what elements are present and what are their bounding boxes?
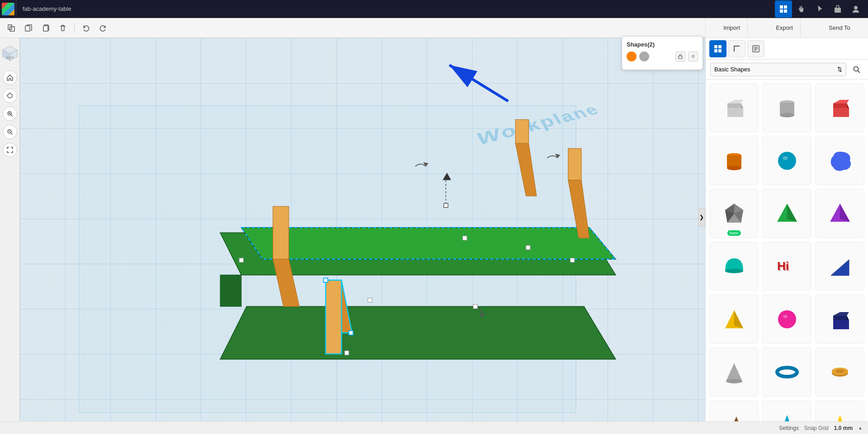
rotate-button[interactable] [3,89,17,103]
svg-rect-2 [780,9,783,13]
svg-point-90 [727,166,741,170]
right-panel-header: Basic Shapes ⇅ [706,60,868,79]
shape-item-cylinder-gray[interactable] [762,83,811,132]
shape-item-gem[interactable]: New! [709,189,759,238]
blue-arrow [427,56,526,110]
copy-button[interactable] [38,20,53,36]
svg-line-25 [11,115,13,117]
action-buttons: Import Export Send To [705,18,868,38]
settings-label[interactable]: Settings [779,425,798,431]
svg-marker-44 [515,120,528,143]
svg-rect-53 [368,298,372,302]
svg-rect-0 [780,5,783,9]
light-shape-button[interactable] [688,51,698,61]
shape-item-ring-orange[interactable] [815,347,864,397]
svg-rect-1 [784,5,787,9]
viewport[interactable]: Workplane [20,38,705,421]
shape-item-dome-teal[interactable] [709,242,759,291]
hand-tool-button[interactable] [793,0,810,18]
shape-item-torus-teal[interactable] [762,347,811,397]
shape-item-text-3d[interactable]: Hi Hi [762,242,811,291]
fit-button[interactable] [3,143,17,157]
shapes-popup: Shapes(2) [622,36,703,70]
new-badge: New! [727,230,741,236]
svg-point-65 [692,55,694,57]
svg-rect-4 [835,8,841,13]
send-to-button[interactable]: Send To [821,18,857,37]
snap-grid-label: Snap Grid [804,425,829,431]
shape-item-cone-gray[interactable] [709,347,759,397]
view-cube[interactable]: BACK [0,42,22,65]
svg-marker-34 [220,307,616,359]
color-orange[interactable] [627,51,637,61]
left-sidebar: BACK [0,38,20,434]
shape-item-blob-blue[interactable] [815,136,864,185]
snap-grid-value: 1.0 mm [834,425,853,431]
home-button[interactable] [3,70,17,85]
svg-point-117 [777,368,797,377]
duplicate-button[interactable] [21,20,36,36]
shape-item-box-navy[interactable] [815,294,864,344]
svg-point-102 [725,269,743,273]
shapes-category-dropdown[interactable]: Basic Shapes ⇅ [710,63,846,76]
tab-notes[interactable] [747,40,764,57]
svg-marker-40 [273,206,289,259]
shape-item-pyramid-green[interactable] [762,189,811,238]
svg-point-120 [835,369,844,373]
right-panel: Basic Shapes ⇅ New! [705,38,868,434]
undo-button[interactable] [78,20,94,36]
pick-tool-button[interactable] [811,0,828,18]
import-button[interactable]: Import [716,18,748,37]
color-gray[interactable] [639,51,649,61]
shape-item-sphere-teal[interactable] [762,136,811,185]
svg-marker-87 [833,100,849,103]
svg-point-74 [854,66,859,71]
grid-view-button[interactable] [775,0,792,18]
bag-button[interactable] [829,0,846,18]
svg-marker-114 [833,312,849,316]
svg-rect-55 [344,351,349,355]
svg-rect-50 [463,236,467,240]
shape-item-box-gray[interactable] [709,83,759,132]
svg-rect-49 [239,258,243,262]
collapse-panel-button[interactable]: ❯ [698,208,705,226]
svg-marker-113 [833,320,849,329]
snap-grid-up[interactable]: ▲ [858,425,863,430]
shape-item-sphere-pink[interactable] [762,294,811,344]
status-bar: Settings Snap Grid 1.0 mm ▲ [0,421,868,434]
zoom-out-button[interactable] [3,125,17,139]
top-bar: fab-academy-table [0,0,868,18]
new-button[interactable] [4,20,19,36]
shape-item-cylinder-orange[interactable] [709,136,759,185]
export-button[interactable]: Export [769,18,801,37]
shape-item-pyramid-purple[interactable] [815,189,864,238]
svg-marker-101 [840,204,850,222]
redo-button[interactable] [95,20,111,36]
tab-shapes[interactable] [709,40,726,57]
svg-marker-80 [727,100,743,103]
lock-shape-button[interactable] [675,51,685,61]
zoom-in-button[interactable] [3,107,17,121]
svg-rect-48 [349,331,353,335]
shapes-dropdown-label: Basic Shapes [714,66,750,73]
search-button[interactable] [850,63,863,76]
svg-marker-43 [515,143,537,196]
file-title: fab-academy-table [16,5,868,12]
shape-colors-row [627,51,698,61]
account-button[interactable] [847,0,864,18]
shape-item-wedge-blue[interactable] [815,242,864,291]
delete-button[interactable] [55,20,71,36]
tab-corner[interactable] [728,40,745,57]
svg-marker-76 [727,103,743,108]
svg-marker-60 [423,162,429,166]
shape-item-box-red[interactable] [815,83,864,132]
toolbar-separator-1 [74,23,75,33]
svg-marker-36 [220,275,241,307]
svg-rect-69 [718,49,722,52]
dropdown-chevron-icon: ⇅ [837,66,842,73]
svg-line-63 [449,65,508,101]
svg-point-83 [780,113,794,117]
shape-item-pyramid-yellow[interactable] [709,294,759,344]
3d-scene [20,38,705,421]
svg-rect-8 [25,26,30,31]
